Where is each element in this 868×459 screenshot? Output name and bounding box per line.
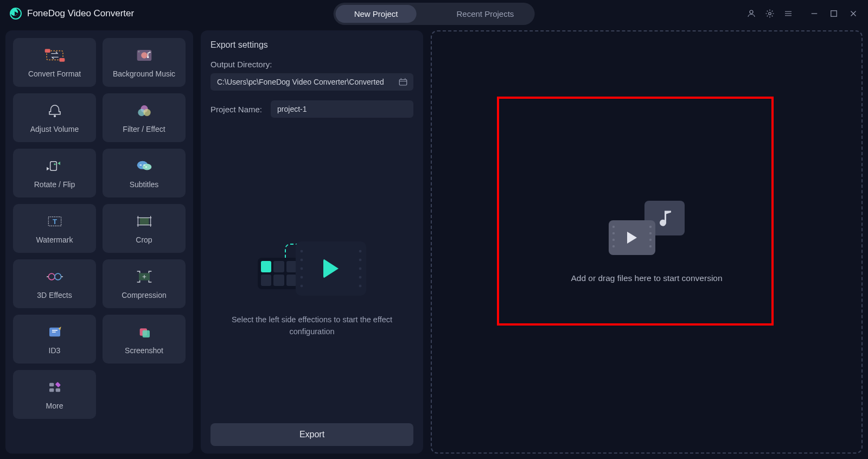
- svg-rect-27: [142, 330, 149, 337]
- tool-subtitles[interactable]: Subtitles: [103, 149, 186, 197]
- drop-zone-graphic: [609, 201, 685, 255]
- tool-screenshot[interactable]: Screenshot: [103, 315, 186, 364]
- drop-zone-inner: Add or drag files here to start conversi…: [571, 201, 722, 283]
- svg-rect-21: [139, 218, 149, 225]
- app-title: FoneDog Video Converter: [27, 8, 134, 19]
- tool-filter-effect[interactable]: Filter / Effect: [103, 93, 186, 142]
- drop-zone-text: Add or drag files here to start conversi…: [571, 273, 722, 283]
- tool-label: Crop: [136, 235, 152, 244]
- window-minimize-icon[interactable]: [809, 9, 819, 18]
- window-controls: [809, 9, 858, 18]
- crop-icon: [133, 213, 155, 230]
- svg-point-22: [48, 273, 55, 280]
- background-music-icon: [133, 47, 155, 64]
- svg-point-23: [55, 273, 61, 280]
- play-icon: [323, 259, 339, 278]
- tool-label: 3D Effects: [37, 291, 72, 299]
- export-settings-panel: Export settings Output Directory: Projec…: [201, 30, 423, 454]
- tool-more[interactable]: More: [13, 370, 96, 419]
- svg-point-0: [750, 10, 753, 14]
- tool-rotate-flip[interactable]: Rotate / Flip: [13, 149, 96, 197]
- tool-label: Watermark: [36, 235, 73, 244]
- svg-point-7: [141, 52, 148, 59]
- tool-label: Screenshot: [125, 346, 163, 355]
- window-maximize-icon[interactable]: [829, 9, 839, 18]
- svg-rect-31: [55, 388, 60, 392]
- tools-panel: Convert Format Background Music Adjust V…: [5, 30, 193, 454]
- tool-label: Rotate / Flip: [34, 180, 75, 189]
- project-name-row: Project Name:: [210, 100, 413, 118]
- tool-label: Compression: [122, 291, 166, 299]
- svg-point-9: [138, 51, 139, 52]
- project-tabs: New Project Recent Projects: [334, 3, 535, 25]
- svg-point-10: [149, 51, 150, 52]
- adjust-volume-icon: [44, 102, 66, 119]
- tool-adjust-volume[interactable]: Adjust Volume: [13, 93, 96, 142]
- tool-label: Convert Format: [28, 69, 81, 78]
- output-directory-input[interactable]: [210, 73, 413, 91]
- account-icon[interactable]: [746, 9, 756, 18]
- tool-id3[interactable]: ID3: [13, 315, 96, 364]
- title-bar: FoneDog Video Converter New Project Rece…: [0, 0, 868, 27]
- tab-new-project[interactable]: New Project: [336, 5, 417, 23]
- titlebar-left: FoneDog Video Converter: [10, 8, 134, 20]
- three-d-effects-icon: [44, 268, 66, 285]
- svg-point-1: [769, 12, 771, 15]
- svg-rect-15: [50, 162, 56, 171]
- svg-rect-32: [399, 80, 407, 86]
- svg-text:T: T: [52, 218, 56, 226]
- screenshot-icon: [133, 323, 155, 341]
- svg-rect-4: [44, 49, 50, 53]
- svg-point-16: [54, 163, 55, 165]
- svg-rect-28: [49, 383, 54, 387]
- window-close-icon[interactable]: [848, 9, 858, 18]
- tab-recent-projects[interactable]: Recent Projects: [438, 5, 532, 23]
- compression-icon: [133, 268, 155, 285]
- menu-hamburger-icon[interactable]: [783, 9, 793, 18]
- tool-label: Subtitles: [130, 180, 159, 189]
- export-button[interactable]: Export: [210, 423, 413, 446]
- tool-compression[interactable]: Compression: [103, 259, 186, 308]
- tool-label: Background Music: [113, 69, 175, 78]
- svg-rect-2: [831, 11, 837, 17]
- subtitles-icon: [133, 157, 155, 175]
- settings-gear-icon[interactable]: [765, 9, 775, 18]
- tool-label: Filter / Effect: [123, 125, 165, 133]
- tool-crop[interactable]: Crop: [103, 204, 186, 253]
- tool-background-music[interactable]: Background Music: [103, 38, 186, 87]
- tool-label: More: [46, 401, 63, 410]
- file-drop-zone[interactable]: Add or drag files here to start conversi…: [431, 30, 863, 454]
- svg-rect-29: [55, 382, 61, 388]
- svg-point-14: [143, 109, 150, 116]
- output-directory-label: Output Directory:: [210, 60, 413, 69]
- svg-point-11: [53, 115, 55, 117]
- project-name-input[interactable]: [271, 100, 413, 118]
- app-logo-icon: [10, 8, 22, 20]
- more-icon: [44, 379, 66, 396]
- project-name-label: Project Name:: [210, 105, 262, 114]
- export-settings-heading: Export settings: [210, 40, 413, 50]
- watermark-icon: T: [44, 213, 66, 230]
- convert-format-icon: [44, 47, 66, 64]
- tool-convert-format[interactable]: Convert Format: [13, 38, 96, 87]
- svg-rect-30: [49, 388, 54, 392]
- tool-watermark[interactable]: T Watermark: [13, 204, 96, 253]
- video-file-icon: [609, 220, 655, 255]
- effect-hint-graphic: [258, 236, 366, 301]
- output-directory-field: [210, 73, 413, 91]
- id3-icon: [44, 323, 66, 341]
- tool-label: Adjust Volume: [30, 125, 79, 133]
- tools-grid: Convert Format Background Music Adjust V…: [13, 38, 186, 419]
- titlebar-right: [746, 9, 858, 18]
- rotate-flip-icon: [44, 157, 66, 175]
- browse-folder-icon[interactable]: [398, 77, 408, 87]
- tool-3d-effects[interactable]: 3D Effects: [13, 259, 96, 308]
- effect-hint-text: Select the left side effections to start…: [231, 314, 393, 338]
- svg-rect-5: [59, 58, 65, 62]
- tool-label: ID3: [49, 346, 61, 355]
- filter-effect-icon: [133, 102, 155, 119]
- workspace: Convert Format Background Music Adjust V…: [0, 27, 868, 459]
- effect-hint-area: Select the left side effections to start…: [210, 150, 413, 423]
